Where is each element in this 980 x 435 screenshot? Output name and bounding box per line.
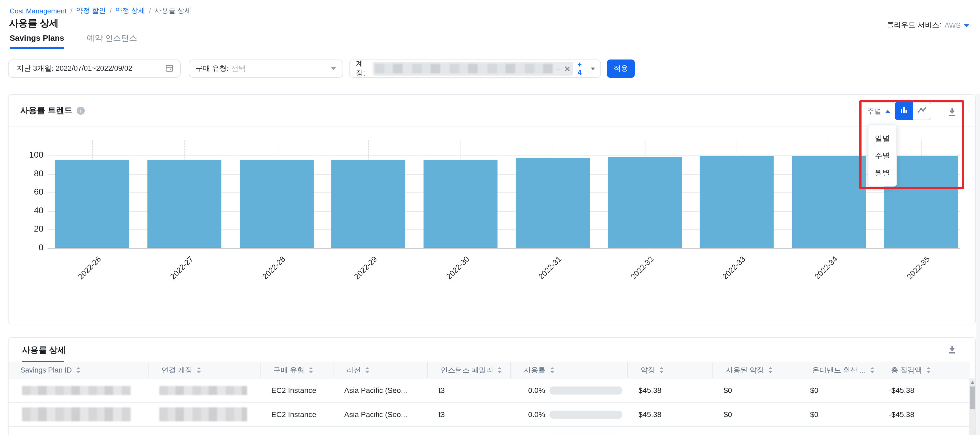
account-filter[interactable]: 계정: ... + 4 [349, 59, 601, 78]
info-icon[interactable] [77, 107, 85, 115]
column-header-8[interactable]: 사용된 약정 [713, 362, 799, 378]
interval-option[interactable]: 월별 [869, 169, 896, 176]
sort-icon [926, 367, 931, 373]
apply-button[interactable]: 적용 [607, 59, 635, 78]
interval-option[interactable]: 주별 [869, 152, 896, 159]
column-header-3[interactable]: 구매 유형 [261, 362, 334, 378]
column-header-4[interactable]: 리전 [334, 362, 428, 378]
column-header-7[interactable]: 약정 [628, 362, 713, 378]
line-chart-button[interactable] [913, 102, 931, 120]
filter-bar: 지난 3개월: 2022/07/01~2022/09/02 구매 유형:선택 계… [0, 59, 980, 78]
x-axis-tick-label: 2022-29 [335, 255, 379, 298]
usage-detail-card: 사용률 상세 Savings Plan ID연결 계정구매 유형리전인스턴스 패… [8, 337, 976, 435]
cloud-service-selector[interactable]: 클라우드 서비스: AWS [886, 21, 969, 30]
column-header-1[interactable]: Savings Plan ID [9, 362, 148, 378]
table-download-button[interactable] [947, 345, 959, 355]
scrollbar-up-arrow-icon[interactable] [970, 381, 974, 384]
table-title: 사용률 상세 [22, 345, 66, 356]
y-axis-tick-label: 0 [17, 243, 43, 252]
chevron-down-icon [964, 24, 969, 27]
cell [148, 378, 261, 402]
column-label: 구매 유형 [274, 365, 304, 375]
usage-progress-bar [549, 386, 622, 394]
interval-dropdown: 일별주별월별 [868, 124, 897, 187]
chart-bar [55, 160, 129, 248]
account-chip-ellipsis: ... [555, 64, 561, 71]
y-axis-tick-label: 20 [17, 224, 43, 234]
table-scrollbar[interactable] [969, 378, 975, 435]
breadcrumb-item-2[interactable]: 약정 할인 [76, 6, 106, 16]
date-range-value: 지난 3개월: 2022/07/01~2022/09/02 [17, 64, 132, 73]
purchase-type-select[interactable]: 구매 유형:선택 [189, 59, 343, 78]
x-axis-tick-label: 2022-34 [795, 255, 839, 298]
x-axis-tick-label: 2022-35 [888, 255, 931, 298]
chevron-up-icon [885, 110, 891, 113]
cell [148, 403, 261, 426]
sort-icon [309, 367, 313, 373]
chart-bar [148, 160, 221, 248]
usage-trend-card: 0204060801002022-262022-272022-282022-29… [8, 94, 976, 324]
cell: t3 [428, 378, 511, 402]
chart-bar [700, 156, 774, 248]
y-axis-tick-label: 60 [17, 187, 43, 197]
cell [9, 403, 148, 426]
cell [511, 427, 628, 435]
cell: $45.38 [628, 378, 713, 402]
scrollbar-thumb[interactable] [970, 386, 974, 409]
cell [148, 427, 261, 435]
column-label: 연결 계정 [161, 365, 192, 375]
redacted-account-name [375, 64, 553, 73]
purchase-type-placeholder: 선택 [231, 64, 246, 72]
right-gutter [976, 94, 980, 435]
y-axis-tick-label: 40 [17, 206, 43, 215]
cell [799, 427, 878, 435]
usage-trend-chart: 0204060801002022-262022-272022-282022-29… [9, 95, 975, 324]
column-label: 사용된 약정 [726, 365, 764, 375]
bar-chart-icon [899, 105, 909, 117]
tab-savings-plans[interactable]: Savings Plans [10, 33, 64, 49]
breadcrumb-item-4: 사용률 상세 [155, 6, 191, 16]
bar-chart-button[interactable] [895, 102, 913, 120]
cell: Asia Pacific (Seo... [334, 403, 428, 426]
column-header-6[interactable]: 사용률 [511, 362, 628, 378]
chart-download-button[interactable] [947, 108, 959, 117]
x-axis-tick-label: 2022-31 [519, 255, 563, 298]
chart-bar [423, 160, 498, 248]
chevron-down-icon [331, 67, 336, 70]
y-axis-tick-label: 80 [17, 168, 43, 178]
breadcrumb-item-3[interactable]: 약정 상세 [115, 6, 145, 16]
sort-icon [768, 367, 773, 373]
redacted-savings-plan-id [22, 386, 131, 395]
column-label: 약정 [641, 365, 655, 375]
breadcrumb-item-1[interactable]: Cost Management [10, 7, 67, 15]
cell: $0 [713, 378, 799, 402]
cell: $0 [713, 403, 799, 426]
table-title-tab: 사용률 상세 [22, 345, 66, 362]
tab-reserved-instances[interactable]: 예약 인스턴스 [87, 33, 137, 49]
remove-chip-icon[interactable] [564, 66, 570, 71]
breadcrumb-separator: / [149, 7, 151, 15]
download-icon [947, 110, 958, 119]
chevron-down-icon [591, 67, 595, 70]
y-axis-tick-label: 100 [17, 150, 43, 160]
cell: -$45.38 [878, 378, 970, 402]
breadcrumb: Cost Management/약정 할인/약정 상세/사용률 상세 [10, 6, 191, 16]
date-range-picker[interactable]: 지난 3개월: 2022/07/01~2022/09/02 [8, 59, 181, 78]
column-header-5[interactable]: 인스턴스 패밀리 [428, 362, 511, 378]
cell: -$45.38 [878, 403, 970, 426]
interval-select[interactable]: 주별 [867, 107, 891, 116]
redacted-linked-account [159, 386, 247, 395]
cell: EC2 Instance [261, 378, 334, 402]
column-header-10[interactable]: 총 절감액 [878, 362, 970, 378]
column-header-9[interactable]: 온디맨드 환산 ... [799, 362, 878, 378]
sort-icon [365, 367, 369, 373]
screenshot-root: Cost Management/약정 할인/약정 상세/사용률 상세 사용률 상… [0, 0, 980, 435]
chart-bar [239, 160, 313, 248]
x-axis-tick-label: 2022-32 [611, 255, 655, 298]
column-header-2[interactable]: 연결 계정 [148, 362, 261, 378]
column-label: 리전 [346, 365, 361, 375]
account-more-count[interactable]: + 4 [578, 60, 586, 77]
cell: EC2 Instance [261, 403, 334, 426]
interval-option[interactable]: 일별 [869, 135, 896, 142]
column-label: 온디맨드 환산 ... [812, 365, 866, 375]
